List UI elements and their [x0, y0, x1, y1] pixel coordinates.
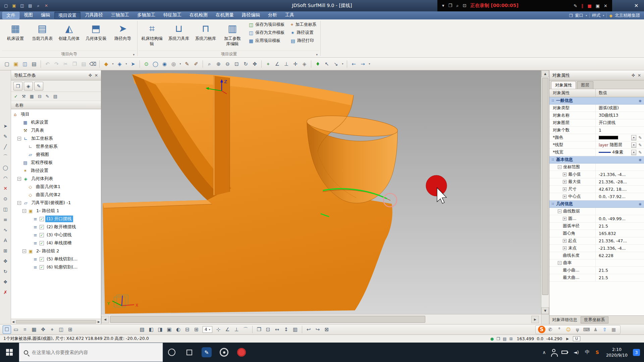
grid-toggle-icon[interactable]: ⌗: [21, 325, 29, 334]
offset-lines-icon[interactable]: ≡: [1, 215, 10, 224]
qa-save-all-icon[interactable]: ▤: [27, 2, 34, 9]
filter-tool-icon[interactable]: ⚒: [22, 94, 26, 99]
keyboard-icon[interactable]: ⌨: [582, 326, 591, 333]
display-solid-icon[interactable]: ▣: [165, 325, 173, 334]
status-grid-icon[interactable]: ⊞: [509, 337, 513, 341]
tree-path-single-slot[interactable]: ≡✓(4) 单线摆槽: [11, 239, 101, 247]
color-swatch[interactable]: [599, 136, 618, 139]
person-icon[interactable]: ♟: [591, 326, 600, 333]
rec-stop-icon[interactable]: ■: [588, 3, 592, 8]
dropdown-arrow-icon[interactable]: ▾: [631, 150, 636, 155]
style-menu[interactable]: 样式: [592, 13, 600, 18]
machining-coordinate-button[interactable]: ⌖加工坐标系: [290, 21, 317, 28]
prop-value[interactable]: layer随图层▾✎: [596, 141, 644, 148]
edit-pen-icon[interactable]: ✎: [638, 150, 643, 155]
prop-section-header[interactable]: ∷一般信息◉: [549, 97, 644, 105]
pick-filter-icon[interactable]: ☐: [3, 325, 11, 334]
center-circle-icon[interactable]: ⊙: [1, 194, 10, 203]
taskbar-clock[interactable]: 2:10 2020/9/10: [602, 347, 632, 358]
close-icon[interactable]: ✕: [95, 73, 98, 78]
tree-surface-geometry-2[interactable]: ◇曲面几何体2: [11, 191, 101, 199]
menu-item[interactable]: 文件: [2, 12, 19, 19]
play-icon[interactable]: ▶: [566, 337, 569, 341]
pan-view-icon[interactable]: ✥: [251, 60, 259, 68]
rec-menu-icon[interactable]: ▾: [442, 3, 444, 8]
chevron-down-icon[interactable]: ▾: [603, 14, 604, 17]
tree-path-settings[interactable]: ✴路径设置: [11, 167, 101, 175]
array-tool-icon[interactable]: ⊞: [1, 246, 10, 255]
mic-icon[interactable]: ψ: [573, 326, 582, 333]
scroll-thumb[interactable]: [110, 316, 425, 323]
tree-machining-cs[interactable]: −∟加工坐标系: [11, 134, 101, 142]
dialog-launcher-icon[interactable]: ▾: [133, 53, 135, 56]
tree-path-open-slot-cycloid[interactable]: ≡✓(2) 敞开槽摆线: [11, 223, 101, 231]
back-icon[interactable]: ↩: [305, 325, 313, 334]
select-tool-icon[interactable]: ➤: [129, 60, 137, 68]
section-collapse-icon[interactable]: ◉: [639, 202, 642, 206]
battery-icon[interactable]: [561, 351, 568, 354]
tree-world-cs[interactable]: ∟世界坐标系: [11, 142, 101, 150]
qa-find-icon[interactable]: ⌕: [35, 2, 42, 9]
prop-expander-icon[interactable]: +: [563, 173, 567, 176]
ellipse-arc-icon[interactable]: ◠: [1, 173, 10, 182]
tree-checkbox[interactable]: ✓: [40, 265, 44, 269]
prop-expander-icon[interactable]: −: [558, 261, 561, 265]
upload-icon[interactable]: ⇧: [600, 326, 609, 333]
tree-geometry-list[interactable]: −◈几何体列表: [11, 175, 101, 183]
path-print-button[interactable]: ▤路径打印: [290, 38, 317, 44]
pan-mode-icon[interactable]: ✥: [39, 325, 47, 334]
new-file-icon[interactable]: ▢: [3, 60, 11, 68]
snap-perpendicular-icon[interactable]: ⊥: [282, 60, 290, 68]
menu-item[interactable]: 在机检测: [186, 12, 211, 19]
rec-window-icon[interactable]: ❐: [448, 3, 452, 8]
redo-icon[interactable]: ↷: [52, 60, 61, 68]
tree-path-group-2[interactable]: −▣2- 路径组 2: [11, 247, 101, 255]
rec-region-icon[interactable]: ⊡: [463, 3, 466, 8]
snap-mid-icon[interactable]: ◈: [300, 60, 309, 68]
tree-expander-icon[interactable]: −: [22, 249, 26, 253]
snap-grid-icon[interactable]: ▦: [30, 325, 38, 334]
tree-tool-table[interactable]: ⚒刀具表: [11, 126, 101, 134]
copy-icon[interactable]: ❐: [70, 60, 79, 68]
save-file-template-button[interactable]: ◫保存为文件模板: [248, 29, 286, 36]
view-back-icon[interactable]: ←: [350, 60, 358, 68]
display-mixed-icon[interactable]: ◐: [174, 325, 182, 334]
rectangle-tool-icon[interactable]: ◫: [1, 204, 10, 214]
ring-tool-icon[interactable]: ◎: [169, 60, 178, 68]
menu-item[interactable]: 分析: [264, 12, 281, 19]
tree-path-single-cut[interactable]: ≡✓(5) 单线切割(...: [11, 255, 101, 263]
tree-expander-icon[interactable]: −: [17, 177, 21, 181]
copy-view-icon[interactable]: ❐: [255, 325, 263, 334]
line-tool-icon[interactable]: ╱: [1, 142, 10, 151]
path-settings-button[interactable]: ✴路径设置: [290, 29, 317, 36]
undo-icon[interactable]: ↶: [43, 60, 52, 68]
delete-icon[interactable]: ⌫: [89, 60, 97, 68]
tree-horizontal-scrollbar[interactable]: ◀ ▶: [11, 319, 101, 324]
status-window-icon[interactable]: ❐: [496, 337, 500, 341]
toolbox-icon[interactable]: ▦: [609, 326, 618, 333]
dropdown-arrow-icon[interactable]: ▾: [631, 135, 636, 140]
current-tool-table-button[interactable]: ▤当前刀具表: [29, 20, 55, 43]
prop-expander-icon[interactable]: +: [563, 195, 567, 198]
pin-icon[interactable]: ✜: [89, 73, 92, 78]
snap-point-icon[interactable]: ⌖: [264, 60, 272, 68]
task-view-button[interactable]: [180, 343, 198, 362]
tab-object-properties[interactable]: 对象属性: [551, 81, 576, 89]
phone-icon[interactable]: ✆: [546, 326, 554, 333]
section-collapse-icon[interactable]: ◉: [639, 99, 642, 103]
window-layout-icon[interactable]: ❐: [569, 13, 573, 18]
tree-checkbox[interactable]: ✓: [40, 241, 44, 245]
qa-new-icon[interactable]: ▢: [3, 2, 9, 9]
circle-tool-icon[interactable]: ◯: [1, 163, 10, 172]
tree-expander-icon[interactable]: −: [22, 209, 26, 213]
viewport-horizontal-scrollbar[interactable]: ◀ ▶: [101, 314, 549, 324]
dialog-launcher-icon[interactable]: ▾: [316, 53, 318, 56]
rotate-tool-icon[interactable]: ↻: [1, 267, 10, 276]
layer-color-icon[interactable]: ◈: [115, 60, 124, 68]
save-project-template-button[interactable]: ◫保存为项目模板: [248, 21, 286, 28]
linewidth-combo[interactable]: 4▾: [203, 326, 212, 333]
fill-color-icon[interactable]: ◆: [102, 60, 110, 68]
system-holder-library-button[interactable]: ⊓系统刀柄库: [193, 20, 219, 43]
status-ok-icon[interactable]: ●: [490, 337, 494, 341]
prop-value[interactable]: 4像素▾✎: [596, 149, 644, 156]
